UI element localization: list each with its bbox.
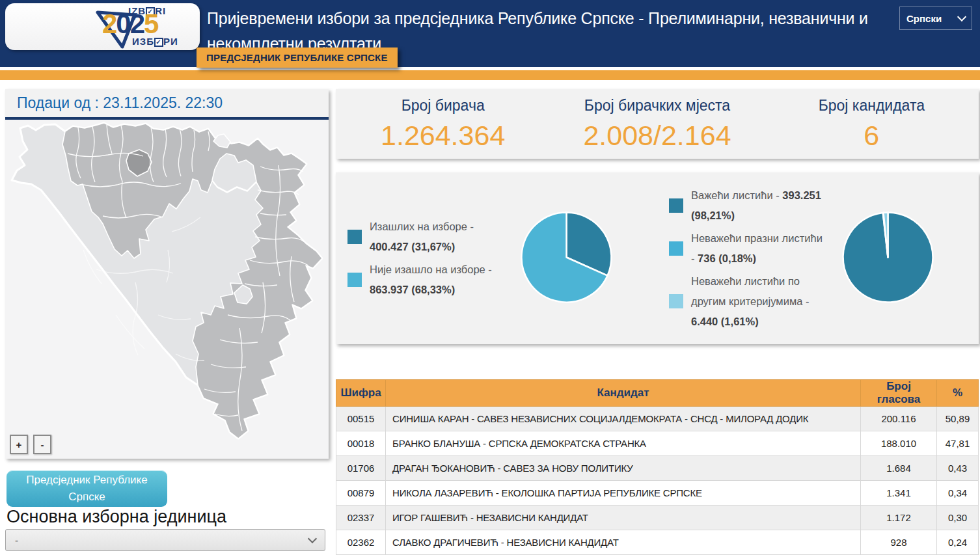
unit-select-value: - xyxy=(15,535,18,546)
language-select[interactable]: Српски xyxy=(899,7,972,30)
column-header: Број гласова xyxy=(861,380,937,407)
legend-item: Неважећи листићи по другим критеријумима… xyxy=(669,271,824,332)
legend-text: Неважећи листићи по другим критеријумима… xyxy=(691,271,824,332)
chevron-down-icon xyxy=(957,12,966,21)
table-row: 00879НИКОЛА ЛАЗАРЕВИЋ - ЕКОЛОШКА ПАРТИЈА… xyxy=(336,481,979,506)
votes-count: 1.684 xyxy=(861,456,937,481)
stats-panel: Број бирача1.264.364Број бирачких мјеста… xyxy=(336,89,979,159)
stat: Број кандидата6 xyxy=(765,89,979,159)
candidate-code: 02337 xyxy=(336,506,386,530)
legend-swatch-icon xyxy=(347,273,362,287)
checkbox-icon: ✓ xyxy=(154,38,163,47)
table-row: 02337ИГОР ГАШЕВИЋ - НЕЗАВИСНИ КАНДИДАТ1.… xyxy=(336,506,979,530)
logo-text-izbori-cyr: ИЗБ✓РИ xyxy=(132,36,178,47)
votes-percent: 50,89 xyxy=(937,407,979,431)
app-header: IZB✓RI 2025 ИЗБ✓РИ Пријевремени избори з… xyxy=(0,0,980,67)
data-timestamp: Подаци од : 23.11.2025. 22:30 xyxy=(5,89,329,120)
candidate-name: ДРАГАН ЂОКАНОВИЋ - САВЕЗ ЗА НОВУ ПОЛИТИК… xyxy=(386,456,861,481)
map-zoom-out-button[interactable]: - xyxy=(33,435,51,454)
stat-label: Број кандидата xyxy=(765,97,979,115)
votes-count: 200.116 xyxy=(861,407,937,431)
map-zoom-controls: + - xyxy=(10,435,51,454)
tab-president-republike-srpske[interactable]: ПРЕДСЈЕДНИК РЕПУБЛИКЕ СРПСКЕ xyxy=(197,47,398,68)
ballots-legend: Важећи листићи - 393.251 (98,21%)Неважећ… xyxy=(669,183,824,334)
stat-label: Број бирачких мјеста xyxy=(550,97,764,115)
legend-item: Није изашло на изборе - 863.937 (68,33%) xyxy=(347,260,502,300)
unit-select[interactable]: - xyxy=(5,529,325,551)
legend-swatch-icon xyxy=(347,230,362,244)
legend-item: Важећи листићи - 393.251 (98,21%) xyxy=(669,185,824,226)
candidate-name: НИКОЛА ЛАЗАРЕВИЋ - ЕКОЛОШКА ПАРТИЈА РЕПУ… xyxy=(386,481,861,506)
unit-heading: Основна изборна јединица xyxy=(7,507,226,527)
candidate-name: ИГОР ГАШЕВИЋ - НЕЗАВИСНИ КАНДИДАТ xyxy=(386,506,861,530)
votes-percent: 0,34 xyxy=(937,481,979,506)
candidate-name: СЛАВКО ДРАГИЧЕВИЋ - НЕЗАВИСНИ КАНДИДАТ xyxy=(386,530,861,555)
stat: Број бирача1.264.364 xyxy=(336,89,550,159)
column-header: Кандидат xyxy=(386,380,861,407)
ballots-pie-chart xyxy=(841,210,935,307)
logo-art: IZB✓RI 2025 ИЗБ✓РИ xyxy=(92,4,197,49)
votes-percent: 0,43 xyxy=(937,456,979,481)
chevron-down-icon xyxy=(308,534,317,543)
table-row: 01706ДРАГАН ЂОКАНОВИЋ - САВЕЗ ЗА НОВУ ПО… xyxy=(336,456,979,481)
stat: Број бирачких мјеста2.008/2.164 xyxy=(550,89,764,159)
candidate-name: СИНИША КАРАН - САВЕЗ НЕЗАВИСНИХ СОЦИЈАЛД… xyxy=(386,407,861,431)
legend-text: Није изашло на изборе - 863.937 (68,33%) xyxy=(370,260,502,300)
bih-municipalities-map[interactable] xyxy=(5,120,329,455)
votes-count: 1.172 xyxy=(861,506,937,530)
table-row: 00515СИНИША КАРАН - САВЕЗ НЕЗАВИСНИХ СОЦ… xyxy=(336,407,979,431)
elections-2025-logo[interactable]: IZB✓RI 2025 ИЗБ✓РИ xyxy=(5,3,200,50)
ballots-chart-group: Важећи листићи - 393.251 (98,21%)Неважећ… xyxy=(657,172,979,344)
votes-percent: 47,81 xyxy=(937,431,979,456)
candidate-code: 00515 xyxy=(336,407,386,431)
map-container: + - xyxy=(5,120,329,459)
votes-percent: 0,24 xyxy=(937,530,979,555)
votes-count: 928 xyxy=(861,530,937,555)
legend-text: Неважећи празни листићи - 736 (0,18%) xyxy=(691,228,824,269)
column-header: % xyxy=(937,380,979,407)
candidate-code: 02362 xyxy=(336,530,386,555)
turnout-legend: Изашлих на изборе - 400.427 (31,67%)Није… xyxy=(347,214,502,303)
legend-item: Изашлих на изборе - 400.427 (31,67%) xyxy=(347,217,502,257)
candidate-code: 00018 xyxy=(336,431,386,456)
map-zoom-in-button[interactable]: + xyxy=(10,435,28,454)
race-filter-button[interactable]: Предсједник Републике Српске xyxy=(7,470,167,507)
results-table: ШифраКандидатБрој гласова% 00515СИНИША К… xyxy=(336,379,979,555)
votes-percent: 0,30 xyxy=(937,506,979,530)
logo-year-2025: 2025 xyxy=(102,10,157,38)
candidate-code: 01706 xyxy=(336,456,386,481)
candidate-name: БРАНКО БЛАНУША - СРПСКА ДЕМОКРАТСКА СТРА… xyxy=(386,431,861,456)
legend-text: Важећи листићи - 393.251 (98,21%) xyxy=(691,185,824,226)
language-select-value: Српски xyxy=(906,13,942,24)
votes-count: 1.341 xyxy=(861,481,937,506)
results-table-header: ШифраКандидатБрој гласова% xyxy=(336,380,979,407)
legend-swatch-icon xyxy=(669,241,683,256)
charts-panel: Изашлих на изборе - 400.427 (31,67%)Није… xyxy=(336,172,979,344)
column-header: Шифра xyxy=(336,380,386,407)
stat-value: 1.264.364 xyxy=(336,120,550,152)
legend-swatch-icon xyxy=(669,198,683,213)
table-row: 00018БРАНКО БЛАНУША - СРПСКА ДЕМОКРАТСКА… xyxy=(336,431,979,456)
map-panel: Подаци од : 23.11.2025. 22:30 xyxy=(5,89,329,459)
stat-value: 6 xyxy=(765,120,979,152)
stat-label: Број бирача xyxy=(336,97,550,115)
turnout-pie-chart xyxy=(519,210,614,307)
turnout-chart-group: Изашлих на изборе - 400.427 (31,67%)Није… xyxy=(336,172,657,344)
candidate-code: 00879 xyxy=(336,481,386,506)
legend-item: Неважећи празни листићи - 736 (0,18%) xyxy=(669,228,824,269)
stat-value: 2.008/2.164 xyxy=(550,120,764,152)
accent-bar xyxy=(0,70,980,80)
table-row: 02362СЛАВКО ДРАГИЧЕВИЋ - НЕЗАВИСНИ КАНДИ… xyxy=(336,530,979,555)
votes-count: 188.010 xyxy=(861,431,937,456)
legend-text: Изашлих на изборе - 400.427 (31,67%) xyxy=(370,217,502,257)
legend-swatch-icon xyxy=(669,294,683,308)
